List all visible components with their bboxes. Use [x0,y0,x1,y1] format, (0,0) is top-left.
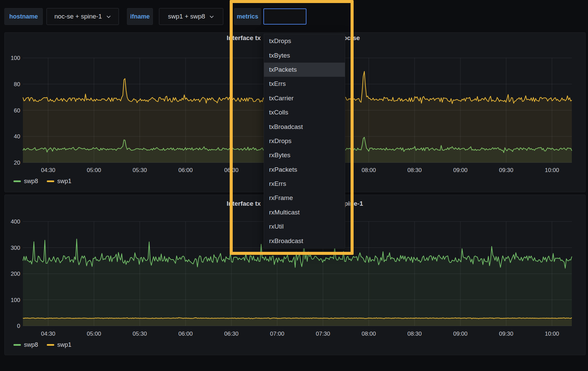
dropdown-item-txDrops[interactable]: txDrops [264,34,345,48]
legend-label: swp1 [57,178,71,185]
legend-swatch [13,344,21,346]
dropdown-item-rxFrame[interactable]: rxFrame [264,191,345,205]
legend-label: swp8 [24,341,38,348]
metrics-variable-input[interactable] [263,8,306,25]
grafana-dashboard: hostname noc-se + spine-1 ifname swp1 + … [0,0,588,371]
legend-item-swp8[interactable]: swp8 [13,178,38,185]
hostname-variable-select[interactable]: noc-se + spine-1 [46,8,119,25]
ifname-variable-value: swp1 + swp8 [168,13,205,20]
chevron-down-icon [209,14,214,19]
legend-item-swp8[interactable]: swp8 [13,341,38,348]
dropdown-item-rxPackets[interactable]: rxPackets [264,163,345,177]
legend-label: swp1 [57,341,71,348]
hostname-variable-value: noc-se + spine-1 [55,13,102,20]
dropdown-item-txBroadcast[interactable]: txBroadcast [264,120,345,134]
dropdown-item-rxUtil[interactable]: rxUtil [264,220,345,234]
metrics-variable-label: metrics [234,8,261,25]
dropdown-item-rxMulticast[interactable]: rxMulticast [264,205,345,220]
ifname-variable-label: ifname [127,8,153,25]
chevron-down-icon [106,14,111,19]
panel-title-top-left-fragment[interactable]: Interface tx [227,34,261,42]
legend-swatch [13,180,21,182]
dropdown-item-txErrs[interactable]: txErrs [264,77,345,91]
hostname-variable-label: hostname [4,8,43,25]
dropdown-item-txBytes[interactable]: txBytes [264,48,345,62]
legend-item-swp1[interactable]: swp1 [47,178,71,185]
legend-top-chart: swp8swp1 [13,178,71,185]
dropdown-item-rxBytes[interactable]: rxBytes [264,148,345,162]
ifname-variable-select[interactable]: swp1 + swp8 [159,8,223,25]
legend-label: swp8 [24,178,38,185]
dropdown-item-txColls[interactable]: txColls [264,105,345,120]
dropdown-item-rxErrs[interactable]: rxErrs [264,177,345,191]
dropdown-item-txPackets[interactable]: txPackets [264,63,345,77]
panel-title-bottom-right-fragment[interactable]: pine-1 [344,200,363,207]
dropdown-item-txCarrier[interactable]: txCarrier [264,91,345,105]
panel-title-top-right-fragment[interactable]: oc-se [343,34,360,42]
legend-bottom-chart: swp8swp1 [13,341,71,348]
legend-swatch [47,344,54,346]
dropdown-item-rxDrops[interactable]: rxDrops [264,134,345,148]
dropdown-item-rxBroadcast[interactable]: rxBroadcast [264,234,345,248]
legend-item-swp1[interactable]: swp1 [47,341,71,348]
panel-title-bottom-left-fragment[interactable]: Interface tx [227,200,261,207]
legend-swatch [47,180,54,182]
metrics-dropdown-menu: txDropstxBytestxPacketstxErrstxCarriertx… [264,34,345,248]
